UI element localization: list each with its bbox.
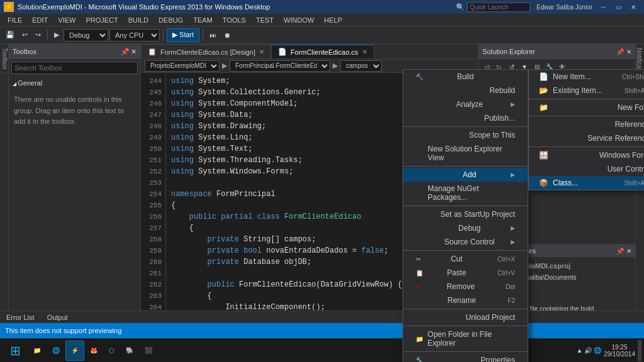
menu-project[interactable]: PROJECT [80,14,123,26]
ctx-props-label: Properties [480,356,515,362]
ctx-add-label: Add [463,170,476,179]
tab-code-icon: 📄 [278,48,287,56]
ctx-newsol[interactable]: New Solution Explorer View [403,142,528,165]
member-dropdown[interactable]: campos [340,60,382,72]
tab-design[interactable]: 📋 FormClienteEdicao.cs [Design] ✕ [141,45,271,58]
sub-winform[interactable]: 🪟 Windows Form... [529,148,644,162]
sub-winform-icon: 🪟 [539,151,550,160]
taskbar-firefox[interactable]: 🦊 [84,341,103,361]
ctx-paste[interactable]: 📋 Paste Ctrl+V [403,266,528,280]
sub-userctrl[interactable]: User Control... [529,162,644,176]
taskbar-extra2[interactable]: 🐘 [120,341,139,361]
toolbox-panel: Toolbox 📌 ✕ General There are no usable … [9,44,141,332]
ctx-debug-label: Debug [458,224,480,233]
quick-launch-input[interactable] [467,3,530,12]
sub-newitem-label: New Item... [553,72,622,81]
cpu-target-select[interactable]: Any CPU x86 x64 [109,29,160,41]
system-time[interactable]: 19:25 29/10/2014 [604,344,635,358]
menu-test[interactable]: TEST [251,14,279,26]
toolbox-search-input[interactable] [11,62,138,74]
menu-help[interactable]: HELP [319,14,347,26]
ctx-source[interactable]: Source Control [403,235,528,249]
sub-newfolder[interactable]: 📁 New Folder [529,101,644,114]
menu-edit[interactable]: EDIT [27,14,53,26]
debug-config-select[interactable]: Debug Release [64,29,108,41]
loc-arrow-2: ▶ [333,62,338,70]
toolbox-pin-icon[interactable]: 📌 [121,48,130,56]
class-dropdown[interactable]: FormPrincipal.FormClienteEdicao [230,60,330,72]
taskbar-file-explorer[interactable]: 📁 [28,341,47,361]
title-text: SolutionExemploMDI - Microsoft Visual St… [18,3,456,11]
breakpoint-button[interactable]: ⏺ [221,28,234,42]
ctx-publish[interactable]: Publish... [403,111,528,125]
se-close-icon[interactable]: ✕ [626,48,631,55]
ctx-nuget[interactable]: Manage NuGet Packages... [403,182,528,204]
start-button[interactable]: ▶ Start [167,28,199,42]
ctx-sep-2 [403,166,528,167]
sub-reference[interactable]: Reference... [529,118,644,131]
minimize-button[interactable]: ─ [596,2,610,12]
toolbox-header-buttons: 📌 ✕ [121,48,136,56]
sub-existing[interactable]: 📂 Existing Item... Shift+Alt+A [529,84,644,97]
taskbar-extra1[interactable]: ⬡ [103,341,120,361]
output-tab[interactable]: Output [41,312,74,322]
undo-button[interactable]: ↩ [19,28,31,42]
ctx-unload[interactable]: Unload Project [403,310,528,324]
taskbar-vs[interactable]: ⚡ [65,341,84,361]
project-dropdown[interactable]: ProjetoExemploMDI [145,60,219,72]
error-list-tab[interactable]: Error List [0,312,41,322]
ctx-build-icon: 🔨 [416,74,426,80]
ctx-cut-label: Cut [451,255,463,263]
save-button[interactable]: 💾 [3,28,18,42]
toolbox-tab[interactable]: Toolbox [0,44,8,74]
ctx-cut[interactable]: ✂ Cut Ctrl+X [403,252,528,266]
ctx-remove[interactable]: ✕ Remove Del [403,280,528,293]
debug-config-btn[interactable]: ▶ [51,28,62,42]
redo-button[interactable]: ↪ [32,28,44,42]
menu-build[interactable]: BUILD [123,14,153,26]
ctx-rename-label: Rename [447,296,475,305]
ctx-analyze[interactable]: Analyze [403,97,528,111]
restore-button[interactable]: ▭ [611,2,625,12]
ctx-debug[interactable]: Debug [403,221,528,235]
ctx-startup[interactable]: Set as StartUp Project [403,207,528,221]
ctx-build[interactable]: 🔨 Build [403,70,528,84]
menu-team[interactable]: TEAM [188,14,218,26]
ctx-rebuild[interactable]: Rebuild [403,84,528,97]
ctx-properties[interactable]: 🔧 Properties [403,353,528,362]
menu-view[interactable]: VIEW [53,14,80,26]
menu-tools[interactable]: TOOLS [218,14,251,26]
toolbox-close-icon[interactable]: ✕ [131,48,136,56]
menu-debug[interactable]: DEBUG [153,14,188,26]
show-desktop-btn[interactable] [638,340,641,361]
ctx-rename[interactable]: Rename F2 [403,293,528,307]
pp-pin-icon[interactable]: 📌 [616,248,624,255]
ctx-folder[interactable]: 📁 Open Folder in File Explorer [403,327,528,350]
ctx-build-label: Build [457,72,474,81]
toolbox-section-general[interactable]: General [9,77,140,89]
step-over-button[interactable]: ⏭ [206,28,219,42]
time-display: 19:25 [604,344,635,351]
sub-class-icon: 📦 [539,178,550,187]
sub-class-shortcut: Shift+Alt+C [624,180,644,187]
ctx-scope[interactable]: Scope to This [403,128,528,142]
se-pin-icon[interactable]: 📌 [616,48,624,55]
sub-class[interactable]: 📦 Class... Shift+Alt+C [529,176,644,190]
taskbar-ie[interactable]: 🌐 [47,341,65,361]
menu-window[interactable]: WINDOW [279,14,319,26]
ctx-add[interactable]: Add [403,168,528,182]
tab-code-close[interactable]: ✕ [362,48,367,55]
taskbar-extra3[interactable]: ⬛ [139,341,158,361]
pp-close-icon[interactable]: ✕ [626,248,631,255]
date-display: 29/10/2014 [604,351,635,358]
windows-start-button[interactable]: ⊞ [3,340,28,361]
tab-code[interactable]: 📄 FormClienteEdicao.cs ✕ [271,45,374,58]
user-name: Edwar Saliba Júnior [536,4,592,11]
ctx-analyze-label: Analyze [456,100,483,109]
tab-design-close[interactable]: ✕ [259,48,264,55]
sub-newitem[interactable]: 📄 New Item... Ctrl+Shift+A [529,70,644,84]
menu-file[interactable]: FILE [3,14,27,26]
sub-sep-2 [529,116,644,116]
sub-svcref[interactable]: Service Reference... [529,131,644,145]
close-button[interactable]: ✕ [626,2,640,12]
